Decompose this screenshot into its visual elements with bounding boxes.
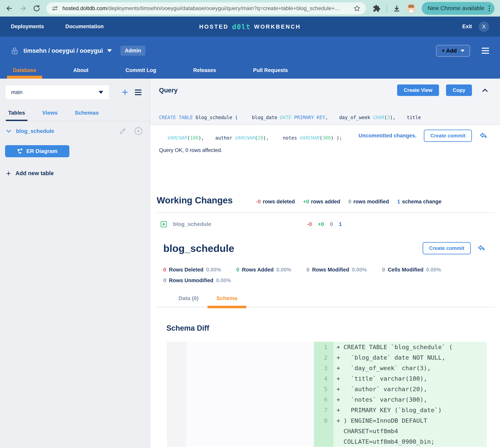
chrome-update-button[interactable]: New Chrome available	[422, 2, 495, 15]
er-diagram-button[interactable]: ER Diagram	[5, 145, 69, 157]
tab-schemas[interactable]: Schemas	[72, 110, 101, 121]
new-branch-button[interactable]: +	[122, 88, 128, 96]
create-view-button[interactable]: Create View	[397, 84, 439, 96]
chevron-down-icon[interactable]	[6, 129, 12, 133]
stat-percent: 0.00%	[206, 267, 221, 273]
diff-line-sign: +	[333, 342, 344, 352]
bookmark-star-icon[interactable]	[353, 5, 361, 12]
stat-rows-deleted: 0Rows Deleted0.00%	[163, 267, 221, 273]
changed-table-name[interactable]: blog_schedule	[173, 221, 307, 227]
working-changes-summary: -0rows deleted +0rows added 0rows modifi…	[256, 199, 442, 205]
add-new-table-label: Add new table	[15, 170, 54, 176]
add-new-table-button[interactable]: + Add new table	[6, 170, 150, 176]
undo-icon[interactable]	[479, 132, 487, 140]
tab-releases[interactable]: Releases	[188, 62, 222, 79]
lock-icon	[11, 47, 18, 55]
diff-line-number: 2	[314, 352, 333, 363]
breadcrumb-caret-icon[interactable]	[107, 49, 112, 52]
tab-database[interactable]: Database	[7, 62, 42, 79]
diff-line-sign: +	[333, 394, 344, 405]
tab-views[interactable]: Views	[40, 110, 60, 121]
breadcrumb[interactable]: timsehn / ooeygui / ooeygui	[23, 47, 103, 54]
tab-commit-log[interactable]: Commit Log	[120, 62, 162, 79]
changed-table-stats: -0 +0 0 1	[307, 221, 342, 227]
nav-deployments-link[interactable]: Deployments	[11, 24, 44, 30]
reload-icon[interactable]	[33, 4, 40, 12]
hosted-dolt-workbench-logo: HOSTED d0lt WORKBENCH	[199, 23, 301, 31]
diff-line: 2+ `blog_date` date NOT NULL,	[314, 352, 487, 363]
stat-cells-modified: 0Cells Modified0.00%	[382, 267, 441, 273]
schema-change-label: schema change	[402, 199, 442, 205]
diff-line-code: `blog_date` date NOT NULL,	[344, 352, 487, 363]
sql-token	[204, 135, 215, 141]
exit-link[interactable]: Exit	[462, 24, 472, 30]
url-domain: hosted.doltdb.com	[62, 5, 107, 11]
tab-pull-requests[interactable]: Pull Requests	[247, 62, 294, 79]
header-menu-icon[interactable]	[482, 48, 489, 54]
er-diagram-label: ER Diagram	[27, 148, 57, 154]
stat-rows-added: 0Rows Added0.00%	[236, 267, 291, 273]
run-table-icon[interactable]	[134, 127, 143, 135]
schema-change-value: 1	[397, 199, 400, 205]
back-icon[interactable]	[5, 4, 13, 12]
stat-percent: 0.00%	[216, 277, 231, 283]
sql-token	[328, 115, 339, 120]
tab-about[interactable]: About	[68, 62, 94, 79]
sql-token: VARCHAR	[235, 135, 255, 141]
branch-caret-icon	[99, 91, 103, 94]
url-bar[interactable]: hosted.doltdb.com/deployments/timsehn/oo…	[46, 2, 366, 15]
diff-line-number: 7	[314, 405, 333, 415]
collapse-query-icon[interactable]	[482, 88, 488, 93]
extensions-icon[interactable]	[373, 4, 380, 12]
rows-deleted-label: rows deleted	[263, 199, 295, 205]
forward-icon[interactable]	[19, 4, 27, 12]
browser-menu-icon[interactable]	[489, 5, 490, 11]
diff-line: 6+ `notes` varchar(300),	[314, 394, 487, 405]
diff-line-code: `title` varchar(100),	[344, 373, 487, 384]
sidebar-tabs: Tables Views Schemas	[0, 110, 150, 121]
create-commit-button-table[interactable]: Create commit	[423, 242, 471, 254]
stat-label: Rows Modified	[312, 267, 349, 273]
stat-label: Cells Modified	[388, 267, 423, 273]
query-panel: Query Create View Copy CREATE TABLE blog…	[150, 79, 500, 125]
stat-value: 0	[163, 267, 166, 273]
tab-data[interactable]: Data (0)	[170, 295, 207, 307]
diff-line-code: `notes` varchar(300),	[344, 394, 487, 405]
divider	[156, 212, 495, 213]
sql-token: VARCHAR	[167, 135, 187, 141]
sql-token: ),	[198, 135, 204, 141]
branch-selector[interactable]: main	[5, 85, 109, 100]
stat-value: 0	[307, 267, 310, 273]
working-changes-table-row[interactable]: blog_schedule -0 +0 0 1	[156, 221, 495, 228]
sql-token: CHAR	[373, 115, 384, 120]
database-header: timsehn / ooeygui / ooeygui Admin + Add …	[0, 37, 500, 79]
plus-icon: +	[6, 171, 11, 176]
sql-token	[396, 115, 407, 120]
edit-table-icon[interactable]	[119, 128, 126, 135]
profile-avatar[interactable]	[406, 4, 416, 13]
create-commit-button[interactable]: Create commit	[424, 130, 472, 142]
sql-token	[269, 135, 283, 141]
undo-icon[interactable]	[477, 245, 485, 252]
sidebar-menu-icon[interactable]	[135, 90, 141, 95]
diff-old-gutter	[167, 342, 186, 447]
diff-line-number: 5	[314, 384, 333, 394]
table-diff-title: blog_schedule	[163, 242, 234, 254]
copy-button[interactable]: Copy	[446, 84, 472, 96]
tab-tables[interactable]: Tables	[6, 110, 27, 121]
diff-line-code: `day_of_week` char(3),	[344, 363, 487, 373]
logo-workbench: WORKBENCH	[254, 23, 301, 30]
add-button[interactable]: + Add	[436, 45, 470, 57]
working-changes-title: Working Changes	[157, 195, 233, 206]
sidebar-table-name[interactable]: blog_schedule	[16, 128, 54, 134]
row-schema-count: 1	[339, 221, 342, 227]
nav-documentation-link[interactable]: Documentation	[66, 24, 104, 30]
tab-schema[interactable]: Schema	[207, 295, 246, 307]
sidebar-table-item[interactable]: blog_schedule	[0, 127, 150, 135]
branch-name: main	[11, 89, 23, 95]
close-workbench-button[interactable]: X	[479, 21, 489, 32]
site-settings-icon[interactable]	[52, 5, 58, 12]
download-icon[interactable]	[393, 4, 401, 12]
diff-line-sign: +	[333, 415, 344, 447]
diff-line: 8+) ENGINE=InnoDB DEFAULT CHARSET=utf8mb…	[314, 415, 487, 447]
